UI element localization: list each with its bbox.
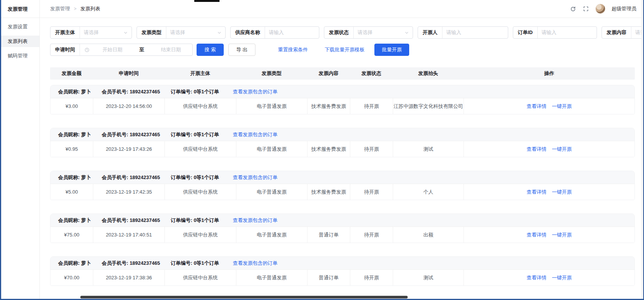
order-number: 订单编号: 0等1个订单	[171, 174, 219, 181]
cell-invoice-subject: 供应链中台系统	[165, 227, 236, 243]
invoice-group: 会员昵称: 萝卜 会员手机号: 18924237465 订单编号: 0等1个订单…	[50, 85, 635, 114]
cell-invoice-amount: ¥0.95	[50, 141, 93, 157]
date-range-separator: 至	[134, 46, 150, 53]
invoice-row: ¥5.00 2023-12-19 17:42:35 供应链中台系统 电子普通发票…	[50, 184, 634, 200]
filter-order-id[interactable]: 订单ID 请输入	[513, 26, 597, 39]
cell-invoice-title: 江苏中源数字文化科技有限公司	[393, 98, 464, 114]
filter-label: 发票类型	[137, 29, 166, 36]
username[interactable]: 超级管理员	[611, 5, 636, 12]
filter-issuer[interactable]: 开票人 请输入	[418, 26, 508, 39]
avatar[interactable]	[595, 4, 605, 14]
vertical-scrollbar[interactable]	[641, 0, 643, 299]
refresh-icon[interactable]	[569, 5, 576, 12]
filter-placeholder: 请选择	[166, 27, 217, 38]
filter-label: 发票内容	[602, 29, 631, 36]
view-included-orders-link[interactable]: 查看发票包含的订单	[233, 217, 278, 224]
breadcrumb-invoice-management[interactable]: 发票管理	[50, 5, 70, 12]
download-batch-template-link[interactable]: 下载批量开票模板	[325, 46, 364, 53]
col-actions: 操作	[463, 67, 635, 80]
cell-invoice-status: 待开票	[350, 227, 393, 243]
group-header: 会员昵称: 萝卜 会员手机号: 18924237465 订单编号: 0等1个订单…	[50, 85, 634, 98]
cell-invoice-content: 技术服务费发票	[307, 141, 350, 157]
view-included-orders-link[interactable]: 查看发票包含的订单	[233, 131, 278, 138]
filter-placeholder: 请输入	[265, 27, 319, 38]
col-invoice-amount: 发票金额	[50, 67, 93, 80]
cell-apply-time: 2023-12-19 17:40:51	[93, 227, 165, 243]
cell-invoice-amount: ¥5.00	[50, 184, 93, 200]
filter-label: 开票人	[418, 29, 442, 36]
cell-invoice-type: 电子普通发票	[236, 270, 307, 285]
filter-apply-time-range[interactable]: 申请时间 开始日期 至 结束日期	[50, 44, 193, 56]
date-end-input[interactable]: 结束日期	[150, 44, 192, 55]
cell-invoice-amount: ¥75.00	[50, 227, 93, 243]
cell-apply-time: 2023-12-19 17:43:26	[93, 141, 165, 157]
filter-invoice-subject[interactable]: 开票主体 请选择	[50, 26, 132, 39]
sidebar-item-code-management[interactable]: 赋码管理	[1, 50, 39, 62]
breadcrumb-invoice-list: 发票列表	[80, 5, 100, 12]
invoice-table: 发票金额 申请时间 开票主体 发票类型 发票内容 发票状态 发票抬头 操作 会员…	[50, 67, 635, 286]
filter-placeholder: 请选择	[354, 27, 405, 38]
view-included-orders-link[interactable]: 查看发票包含的订单	[233, 88, 278, 95]
filter-invoice-type[interactable]: 发票类型 请选择	[137, 26, 226, 39]
reset-search-link[interactable]: 重置搜索条件	[278, 46, 308, 53]
filter-placeholder: 请选择	[80, 27, 124, 38]
one-click-invoice-link[interactable]: 一键开票	[552, 189, 572, 196]
view-detail-link[interactable]: 查看详情	[527, 274, 546, 281]
member-nickname: 会员昵称: 萝卜	[58, 260, 91, 267]
invoice-group: 会员昵称: 萝卜 会员手机号: 18924237465 订单编号: 0等1个订单…	[50, 128, 635, 157]
invoice-row: ¥75.00 2023-12-19 17:40:51 供应链中台系统 电子普通发…	[50, 227, 634, 243]
one-click-invoice-link[interactable]: 一键开票	[552, 103, 572, 110]
view-detail-link[interactable]: 查看详情	[527, 189, 546, 196]
view-included-orders-link[interactable]: 查看发票包含的订单	[233, 174, 278, 181]
cell-apply-time: 2023-12-19 17:38:36	[93, 270, 165, 285]
group-header: 会员昵称: 萝卜 会员手机号: 18924237465 订单编号: 0等1个订单…	[50, 214, 634, 227]
view-detail-link[interactable]: 查看详情	[527, 232, 546, 238]
one-click-invoice-link[interactable]: 一键开票	[552, 232, 572, 238]
member-phone: 会员手机号: 18924237465	[102, 217, 160, 224]
cell-actions: 查看详情 一键开票	[464, 98, 634, 114]
invoice-group: 会员昵称: 萝卜 会员手机号: 18924237465 订单编号: 0等1个订单…	[50, 256, 635, 286]
sidebar-nav: 发票设置 发票列表 赋码管理	[1, 21, 39, 62]
breadcrumb: 发票管理 > 发票列表	[50, 5, 100, 12]
sidebar: 发票管理 发票设置 发票列表 赋码管理	[1, 0, 40, 299]
view-detail-link[interactable]: 查看详情	[527, 146, 546, 153]
col-invoice-subject: 开票主体	[164, 67, 236, 80]
member-nickname: 会员昵称: 萝卜	[58, 88, 91, 95]
cell-actions: 查看详情 一键开票	[464, 270, 634, 285]
cell-invoice-status: 待开票	[350, 270, 393, 285]
order-number: 订单编号: 0等1个订单	[171, 131, 219, 138]
invoice-row: ¥70.00 2023-12-19 17:38:36 供应链中台系统 电子普通发…	[50, 269, 634, 285]
cell-invoice-type: 电子普通发票	[236, 184, 307, 200]
member-phone: 会员手机号: 18924237465	[102, 260, 160, 267]
filter-invoice-content[interactable]: 发票内容 请选择	[602, 26, 644, 39]
filter-placeholder: 请输入	[442, 27, 508, 38]
cell-invoice-content: 普通订单	[307, 270, 350, 285]
cell-apply-time: 2023-12-20 14:56:00	[93, 98, 165, 114]
chevron-down-icon	[124, 31, 128, 35]
filter-invoice-status[interactable]: 发票状态 请选择	[324, 26, 413, 39]
sidebar-item-invoice-list[interactable]: 发票列表	[1, 36, 39, 47]
invoice-row: ¥3.00 2023-12-20 14:56:00 供应链中台系统 电子普通发票…	[50, 98, 634, 114]
sidebar-item-invoice-settings[interactable]: 发票设置	[1, 21, 39, 33]
filter-label: 开票主体	[50, 29, 80, 36]
cell-invoice-content: 普通订单	[307, 227, 350, 243]
fullscreen-icon[interactable]	[582, 5, 589, 12]
view-included-orders-link[interactable]: 查看发票包含的订单	[233, 260, 278, 267]
cell-apply-time: 2023-12-19 17:42:35	[93, 184, 165, 200]
view-detail-link[interactable]: 查看详情	[527, 103, 546, 110]
cell-invoice-amount: ¥3.00	[50, 98, 93, 114]
cell-invoice-status: 待开票	[350, 141, 393, 157]
one-click-invoice-link[interactable]: 一键开票	[552, 146, 572, 153]
col-invoice-type: 发票类型	[236, 67, 307, 80]
batch-invoice-button[interactable]: 批量开票	[374, 44, 409, 56]
member-phone: 会员手机号: 18924237465	[102, 88, 160, 95]
chevron-down-icon	[405, 31, 409, 35]
date-start-input[interactable]: 开始日期	[91, 44, 134, 55]
search-button[interactable]: 搜 索	[197, 44, 224, 56]
filter-supplier-name[interactable]: 供应商名称 请输入	[230, 26, 319, 39]
one-click-invoice-link[interactable]: 一键开票	[552, 274, 572, 281]
horizontal-scrollbar-thumb[interactable]	[80, 296, 408, 298]
member-nickname: 会员昵称: 萝卜	[58, 131, 91, 138]
filter-label: 申请时间	[50, 46, 80, 53]
export-button[interactable]: 导 出	[228, 44, 255, 56]
